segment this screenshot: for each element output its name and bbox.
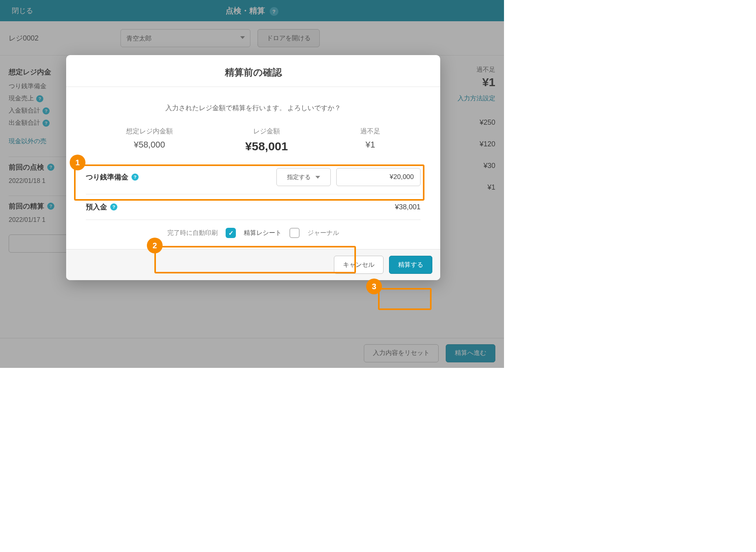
deposit-value: ¥38,001 bbox=[395, 203, 421, 211]
confirm-modal: 精算前の確認 入力されたレジ金額で精算を行います。 よろしいですか？ 想定レジ内… bbox=[66, 55, 440, 280]
stat-actual: レジ金額 ¥58,001 bbox=[245, 127, 288, 153]
deposit-row: 預入金 ? ¥38,001 bbox=[66, 194, 440, 220]
modal-title: 精算前の確認 bbox=[66, 55, 440, 87]
stat-expected: 想定レジ内金額 ¥58,000 bbox=[126, 127, 173, 153]
auto-print-label: 完了時に自動印刷 bbox=[167, 229, 218, 237]
cancel-button[interactable]: キャンセル bbox=[334, 256, 384, 274]
auto-print-row: 完了時に自動印刷 ✓ 精算レシート ✓ ジャーナル bbox=[66, 220, 440, 249]
deposit-label: 預入金 ? bbox=[86, 202, 117, 212]
settle-button[interactable]: 精算する bbox=[389, 256, 432, 274]
dropdown-value: 指定する bbox=[287, 174, 311, 181]
change-fund-row: つり銭準備金 ? 指定する bbox=[66, 160, 440, 194]
modal-footer: キャンセル 精算する bbox=[66, 249, 440, 280]
receipt-checkbox[interactable]: ✓ bbox=[226, 228, 236, 238]
receipt-label: 精算レシート bbox=[244, 229, 282, 237]
stat-value: ¥58,000 bbox=[126, 140, 173, 150]
change-fund-amount-input[interactable] bbox=[336, 168, 421, 186]
stat-label: レジ金額 bbox=[245, 127, 288, 136]
label-text: つり銭準備金 bbox=[86, 172, 128, 182]
stat-label: 過不足 bbox=[360, 127, 380, 136]
journal-label: ジャーナル bbox=[308, 229, 339, 237]
stat-value: ¥1 bbox=[360, 140, 380, 150]
change-fund-mode-select[interactable]: 指定する bbox=[276, 168, 331, 186]
modal-message: 入力されたレジ金額で精算を行います。 よろしいですか？ bbox=[66, 87, 440, 127]
change-fund-label: つり銭準備金 ? bbox=[86, 172, 139, 182]
label-text: 預入金 bbox=[86, 202, 107, 212]
stat-label: 想定レジ内金額 bbox=[126, 127, 173, 136]
journal-checkbox[interactable]: ✓ bbox=[289, 228, 300, 238]
help-icon[interactable]: ? bbox=[110, 203, 117, 210]
stat-value: ¥58,001 bbox=[245, 140, 288, 153]
stat-diff: 過不足 ¥1 bbox=[360, 127, 380, 153]
help-icon[interactable]: ? bbox=[132, 174, 139, 181]
stat-row: 想定レジ内金額 ¥58,000 レジ金額 ¥58,001 過不足 ¥1 bbox=[66, 127, 440, 160]
